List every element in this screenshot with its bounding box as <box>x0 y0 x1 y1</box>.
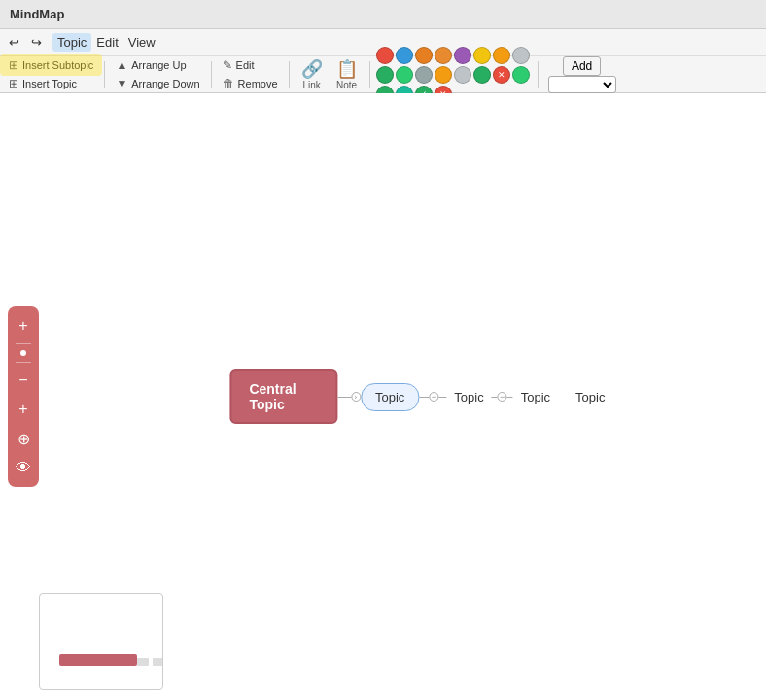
color-x[interactable]: ✕ <box>493 66 510 84</box>
crosshair-button[interactable]: ⊕ <box>12 427 35 450</box>
separator4 <box>369 61 370 88</box>
link-button[interactable]: 🔗 Link <box>296 58 329 91</box>
color-green3[interactable] <box>473 66 491 84</box>
topic2-node[interactable]: Topic <box>446 386 491 408</box>
connector3: − <box>492 392 513 402</box>
add-dropdown[interactable] <box>548 76 616 93</box>
topic1-node: Topic <box>361 383 419 411</box>
link-icon: 🔗 <box>301 58 323 80</box>
color-amber[interactable] <box>493 47 510 64</box>
arrange-down-button[interactable]: ▼ Arrange Down <box>111 75 204 92</box>
color-silver[interactable] <box>454 66 471 84</box>
edit-icon: ✎ <box>223 58 232 72</box>
app-title: MindMap <box>10 7 64 21</box>
topic-menu[interactable]: Topic <box>52 33 91 52</box>
mini-map-content <box>40 594 162 689</box>
insert-topic-icon: ⊞ <box>9 77 18 90</box>
separator5 <box>538 61 539 88</box>
color-orange3[interactable] <box>435 66 452 84</box>
arrange-up-button[interactable]: ▲ Arrange Up <box>111 56 204 74</box>
mini-map <box>39 593 163 690</box>
canvas-area: Central Topic › Topic − Topic − <box>0 93 766 700</box>
line2 <box>419 397 429 398</box>
zoom-out-button[interactable]: − <box>12 368 35 392</box>
line3 <box>438 397 446 398</box>
redo-button[interactable]: ↪ <box>26 33 47 52</box>
color-gray[interactable] <box>415 66 433 84</box>
edit-remove-group: ✎ Edit 🗑 Remove <box>218 56 283 92</box>
mini-line1 <box>137 658 149 666</box>
note-icon: 📋 <box>336 58 358 80</box>
side-divider2 <box>16 362 31 363</box>
color-green1[interactable] <box>376 66 394 84</box>
separator3 <box>289 61 290 88</box>
color-lime2[interactable] <box>512 66 530 84</box>
color-red[interactable] <box>376 47 394 64</box>
color-yellow[interactable] <box>473 47 491 64</box>
add-button[interactable]: Add <box>563 56 601 76</box>
remove-icon: 🗑 <box>223 77 234 90</box>
separator2 <box>211 61 212 88</box>
topic1-box[interactable]: Topic <box>361 383 419 411</box>
title-bar: MindMap <box>0 0 766 29</box>
insert-topic-button[interactable]: ⊞ Insert Topic <box>4 75 98 92</box>
line1 <box>337 397 351 398</box>
connector-area: › <box>337 392 361 402</box>
edit-button[interactable]: ✎ Edit <box>218 56 283 74</box>
arrange-group: ▲ Arrange Up ▼ Arrange Down <box>111 56 204 92</box>
topic4-group: Topic <box>568 386 612 408</box>
arrange-down-icon: ▼ <box>116 77 127 90</box>
topic3-node[interactable]: Topic <box>513 386 558 408</box>
color-green2[interactable] <box>396 66 413 84</box>
minus-circle2[interactable]: − <box>498 392 507 402</box>
connector2: − <box>419 392 446 402</box>
mini-line2 <box>153 658 163 666</box>
eye-button[interactable]: 👁 <box>12 456 35 479</box>
color-lime1[interactable] <box>512 47 530 64</box>
edit-menu[interactable]: Edit <box>91 33 122 52</box>
color-orange2[interactable] <box>435 47 452 64</box>
mini-central-node <box>59 654 137 666</box>
toolbar: ⊞ Insert Subtopic ⊞ Insert Topic ▲ Arran… <box>0 56 766 93</box>
undo-button[interactable]: ↩ <box>4 33 24 52</box>
mini-topic-lines <box>137 658 163 666</box>
insert-subtopic-icon: ⊞ <box>9 58 18 72</box>
color-blue[interactable] <box>396 47 413 64</box>
color-purple[interactable] <box>454 47 471 64</box>
separator1 <box>104 61 105 88</box>
insert-group: ⊞ Insert Subtopic ⊞ Insert Topic <box>4 56 98 92</box>
expand-circle1[interactable]: › <box>351 392 361 402</box>
side-dot <box>20 350 26 356</box>
zoom-in-button[interactable]: + <box>12 314 35 337</box>
arrange-up-icon: ▲ <box>116 58 127 72</box>
note-button[interactable]: 📋 Note <box>331 58 364 91</box>
insert-subtopic-button[interactable]: ⊞ Insert Subtopic <box>4 56 98 74</box>
view-menu[interactable]: View <box>123 33 160 52</box>
side-divider1 <box>16 343 31 344</box>
add-node-button[interactable]: + <box>12 398 35 421</box>
minus-circle1[interactable]: − <box>429 392 438 402</box>
undo-redo-group: ↩ ↪ <box>4 33 47 52</box>
color-orange1[interactable] <box>415 47 433 64</box>
central-topic-node[interactable]: Central Topic <box>229 369 337 424</box>
remove-button[interactable]: 🗑 Remove <box>218 75 283 92</box>
topic4-node[interactable]: Topic <box>568 386 612 408</box>
add-area: Add <box>548 56 616 93</box>
mindmap-container: Central Topic › Topic − Topic − <box>229 369 612 424</box>
sidebar-tools: + − + ⊕ 👁 <box>8 306 39 487</box>
